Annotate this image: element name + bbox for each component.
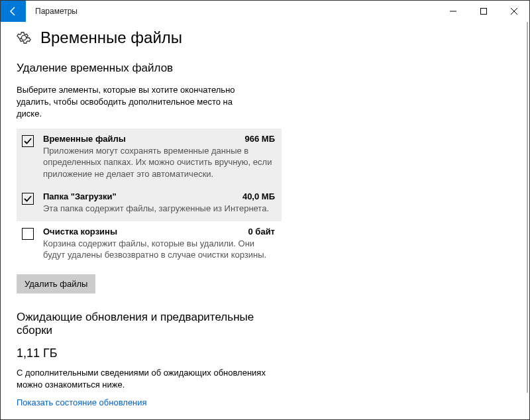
item-title: Папка "Загрузки" xyxy=(43,191,117,201)
check-icon xyxy=(24,195,32,203)
check-icon xyxy=(24,137,32,145)
page-header: Временные файлы xyxy=(17,28,513,47)
item-title: Очистка корзины xyxy=(43,227,117,236)
item-desc: Корзина содержит файлы, которые вы удали… xyxy=(43,238,275,261)
maximize-button[interactable] xyxy=(468,1,499,22)
scrollbar[interactable] xyxy=(527,22,528,393)
list-item[interactable]: Папка "Загрузки"40,0 МБЭта папка содержи… xyxy=(17,186,282,221)
item-header: Очистка корзины0 байт xyxy=(43,227,275,236)
arrow-left-icon xyxy=(8,6,19,17)
back-button[interactable] xyxy=(1,1,26,22)
show-update-status-link[interactable]: Показать состояние обновления xyxy=(17,397,147,407)
item-header: Папка "Загрузки"40,0 МБ xyxy=(43,191,275,201)
delete-files-button[interactable]: Удалить файлы xyxy=(17,274,95,293)
maximize-icon xyxy=(480,8,487,15)
item-size: 40,0 МБ xyxy=(242,191,275,201)
minimize-button[interactable] xyxy=(438,1,468,22)
app-title: Параметры xyxy=(35,7,78,16)
temp-files-list: Временные файлы966 МБПриложения могут со… xyxy=(17,129,282,268)
item-body: Очистка корзины0 байтКорзина содержит фа… xyxy=(43,227,275,261)
checkbox[interactable] xyxy=(22,228,34,240)
checkbox[interactable] xyxy=(22,193,34,205)
minimize-icon xyxy=(450,8,456,15)
updates-title: Ожидающие обновления и предварительные с… xyxy=(17,311,282,337)
updates-size: 1,11 ГБ xyxy=(17,346,282,360)
content-area: Временные файлы Удаление временных файло… xyxy=(1,22,529,420)
gear-icon xyxy=(17,30,31,45)
section-delete-title: Удаление временных файлов xyxy=(17,62,513,75)
item-size: 0 байт xyxy=(248,227,275,236)
item-title: Временные файлы xyxy=(43,134,126,144)
window-controls xyxy=(438,1,529,22)
list-item[interactable]: Временные файлы966 МБПриложения могут со… xyxy=(17,129,282,187)
item-desc: Приложения могут сохранять временные дан… xyxy=(43,145,275,180)
item-size: 966 МБ xyxy=(245,134,275,144)
close-button[interactable] xyxy=(499,1,529,22)
page-title: Временные файлы xyxy=(40,28,182,47)
svg-rect-1 xyxy=(481,9,487,15)
close-icon xyxy=(511,8,517,15)
section-updates: Ожидающие обновления и предварительные с… xyxy=(17,311,282,407)
titlebar: Параметры xyxy=(1,1,529,22)
item-body: Папка "Загрузки"40,0 МБЭта папка содержи… xyxy=(43,191,275,215)
updates-desc: С дополнительными сведениями об ожидающи… xyxy=(17,367,282,391)
item-body: Временные файлы966 МБПриложения могут со… xyxy=(43,134,275,180)
item-desc: Эта папка содержит файлы, загруженные из… xyxy=(43,203,275,215)
item-header: Временные файлы966 МБ xyxy=(43,134,275,144)
list-item[interactable]: Очистка корзины0 байтКорзина содержит фа… xyxy=(17,221,282,268)
section-delete-desc: Выберите элементы, которые вы хотите око… xyxy=(17,84,255,121)
checkbox[interactable] xyxy=(22,135,34,147)
